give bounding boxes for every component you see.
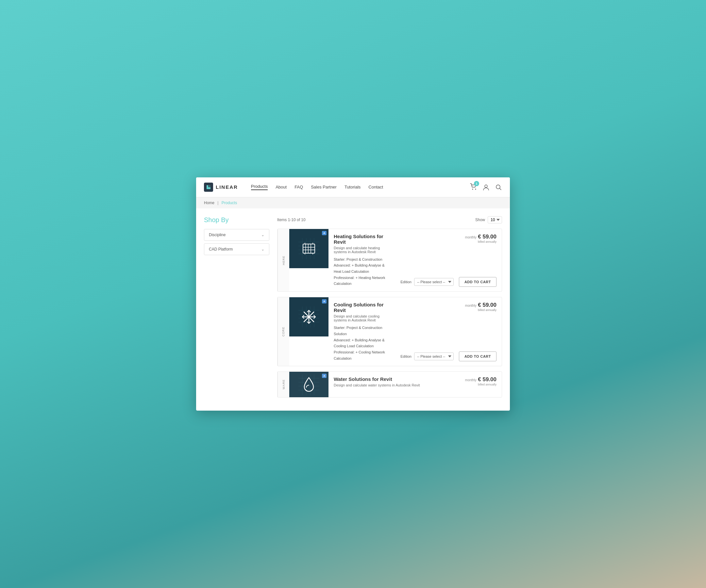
product-subtitle-heating: Design and calculate heating systems in …: [334, 246, 390, 254]
product-list-header: Items 1-10 of 10 Show 10 20 50: [277, 216, 502, 223]
show-per-page-select[interactable]: 10 20 50: [488, 216, 502, 223]
product-badge-water: A: [322, 374, 326, 378]
product-list: Items 1-10 of 10 Show 10 20 50 HERE: [277, 216, 502, 403]
nav-contact[interactable]: Contact: [368, 184, 383, 190]
main-content: Shop By Discipline ⌄ CAD Platform ⌄ Item…: [196, 208, 510, 411]
product-actions-heating: monthly € 59.00 billed annually Edition …: [395, 229, 502, 291]
logo-area[interactable]: LINEAR: [204, 182, 238, 192]
price-area-cooling: monthly € 59.00 billed annually: [465, 302, 497, 312]
filter-cad-platform-label: CAD Platform: [209, 247, 233, 252]
breadcrumb-separator: |: [218, 201, 218, 205]
price-area-heating: monthly € 59.00 billed annually: [465, 234, 497, 243]
water-icon: [299, 374, 319, 395]
product-subtitle-cooling: Design and calculate cooling systems in …: [334, 314, 390, 322]
add-to-cart-cooling[interactable]: ADD TO CART: [459, 351, 497, 361]
nav-products[interactable]: Products: [251, 184, 268, 190]
svg-rect-6: [299, 238, 319, 259]
product-badge-heating: A: [322, 231, 326, 235]
price-billing-water: billed annually: [465, 383, 497, 386]
shop-by-title: Shop By: [204, 216, 269, 224]
nav-sales-partner[interactable]: Sales Partner: [311, 184, 337, 190]
nav-about[interactable]: About: [276, 184, 287, 190]
edition-label-heating: Edition: [400, 280, 411, 284]
edition-row-heating: Edition -- Please select -- ADD TO CART: [400, 277, 497, 287]
product-tag-here: HERE: [277, 229, 289, 291]
product-row-water: WARE A: [277, 371, 502, 397]
price-value-heating: € 59.00: [478, 234, 497, 240]
filter-cad-platform[interactable]: CAD Platform ⌄: [204, 243, 269, 255]
price-area-water: monthly € 59.00 billed annually: [465, 376, 497, 386]
edition-select-heating[interactable]: -- Please select --: [414, 278, 454, 286]
feature-item: Professional: + Cooling Network Calculat…: [334, 349, 390, 361]
product-tag-ware: WARE: [277, 372, 289, 397]
account-icon[interactable]: [482, 183, 489, 191]
product-info-heating: Heating Solutions for Revit Design and c…: [328, 229, 395, 291]
price-value-water: € 59.00: [478, 376, 497, 382]
product-features-heating: Starter: Project & Construction Advanced…: [334, 256, 390, 287]
svg-point-3: [475, 188, 476, 190]
edition-label-cooling: Edition: [400, 354, 411, 359]
main-window: LINEAR Products About FAQ Sales Partner …: [196, 177, 510, 411]
feature-item: Professional: + Heating Network Calculat…: [334, 275, 390, 287]
add-to-cart-heating[interactable]: ADD TO CART: [459, 277, 497, 287]
chevron-down-icon: ⌄: [261, 233, 265, 237]
svg-point-2: [472, 188, 473, 190]
svg-point-5: [496, 185, 500, 189]
svg-point-4: [485, 185, 487, 187]
chevron-down-icon: ⌄: [261, 247, 265, 252]
product-row-heating: HERE: [277, 229, 502, 292]
price-label-cooling: monthly: [465, 304, 477, 307]
price-billing-heating: billed annually: [465, 240, 497, 243]
radiator-icon: [299, 238, 319, 259]
price-label-water: monthly: [465, 378, 477, 382]
logo-icon: [204, 182, 213, 192]
product-info-cooling: Cooling Solutions for Revit Design and c…: [328, 297, 395, 366]
product-subtitle-water: Design and calculate water systems in Au…: [334, 383, 431, 387]
items-count: Items 1-10 of 10: [277, 218, 306, 222]
show-label: Show: [475, 218, 485, 222]
main-nav: Products About FAQ Sales Partner Tutoria…: [251, 184, 470, 190]
sidebar: Shop By Discipline ⌄ CAD Platform ⌄: [204, 216, 269, 403]
product-name-cooling: Cooling Solutions for Revit: [334, 302, 390, 313]
site-header: LINEAR Products About FAQ Sales Partner …: [196, 177, 510, 197]
snowflake-icon: [299, 306, 319, 327]
product-name-heating: Heating Solutions for Revit: [334, 234, 390, 245]
product-badge-cooling: A: [322, 299, 326, 303]
product-actions-water: monthly € 59.00 billed annually: [436, 372, 502, 397]
show-selector: Show 10 20 50: [475, 216, 502, 223]
product-actions-cooling: monthly € 59.00 billed annually Edition …: [395, 297, 502, 366]
nav-tutorials[interactable]: Tutorials: [345, 184, 360, 190]
feature-item: Starter: Project & Construction Solution: [334, 325, 390, 337]
feature-item: Advanced: + Building Analyse & Heat Load…: [334, 262, 390, 275]
nav-faq[interactable]: FAQ: [295, 184, 303, 190]
price-billing-cooling: billed annually: [465, 308, 497, 312]
product-info-water: Water Solutions for Revit Design and cal…: [328, 372, 436, 397]
product-image-water: A: [289, 372, 328, 397]
breadcrumb-home[interactable]: Home: [204, 201, 214, 205]
product-row-cooling: CORE: [277, 297, 502, 366]
breadcrumb: Home | Products: [196, 197, 510, 208]
filter-discipline[interactable]: Discipline ⌄: [204, 229, 269, 241]
search-icon[interactable]: [495, 183, 502, 191]
price-value-cooling: € 59.00: [478, 302, 497, 308]
feature-item: Starter: Project & Construction: [334, 256, 390, 263]
breadcrumb-current: Products: [222, 201, 237, 205]
cart-button[interactable]: 1: [470, 183, 477, 192]
svg-rect-1: [208, 185, 210, 187]
edition-select-cooling[interactable]: -- Please select --: [414, 352, 454, 360]
product-features-cooling: Starter: Project & Construction Solution…: [334, 325, 390, 361]
price-label-heating: monthly: [465, 236, 477, 239]
header-actions: 1: [470, 183, 502, 192]
edition-row-cooling: Edition -- Please select -- ADD TO CART: [400, 351, 497, 361]
cart-badge: 1: [474, 181, 479, 186]
product-tag-core: CORE: [277, 297, 289, 366]
filter-discipline-label: Discipline: [209, 233, 226, 237]
product-image-cooling: A: [289, 297, 328, 336]
product-name-water: Water Solutions for Revit: [334, 376, 431, 382]
feature-item: Advanced: + Building Analyse & Cooling L…: [334, 337, 390, 349]
logo-text: LINEAR: [216, 184, 238, 190]
product-image-heating: A: [289, 229, 328, 268]
